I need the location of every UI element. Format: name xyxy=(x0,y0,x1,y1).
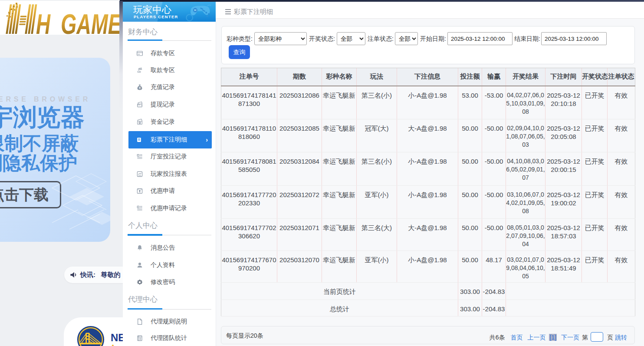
svg-text:H: H xyxy=(36,8,51,35)
svg-text:¥: ¥ xyxy=(139,86,141,89)
svg-text:GAME: GAME xyxy=(61,8,122,35)
